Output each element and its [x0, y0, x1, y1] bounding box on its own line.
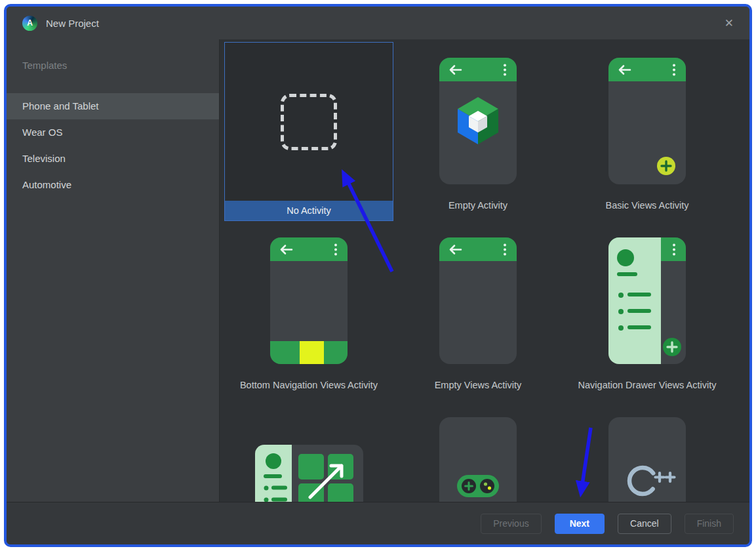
dialog-body: Templates Phone and Tablet Wear OS Telev… [7, 39, 749, 502]
cpp-phone-icon [563, 401, 732, 502]
sidebar-item-television[interactable]: Television [7, 146, 219, 172]
template-grid: No Activity [224, 42, 749, 502]
cancel-button[interactable]: Cancel [618, 514, 671, 534]
template-card-partial-game-activity[interactable] [393, 401, 563, 502]
game-controller-phone-icon [393, 401, 563, 502]
template-card-empty-activity[interactable]: Empty Activity [393, 42, 563, 221]
template-card-partial-native-cpp[interactable] [563, 401, 732, 502]
next-button[interactable]: Next [555, 514, 605, 534]
sidebar-item-automotive[interactable]: Automotive [7, 172, 219, 198]
sidebar-item-phone-and-tablet[interactable]: Phone and Tablet [7, 93, 219, 119]
close-icon[interactable]: ✕ [725, 18, 734, 29]
dashed-placeholder-icon [281, 94, 337, 150]
template-label-basic-views-activity: Basic Views Activity [563, 200, 732, 221]
sidebar-item-wear-os[interactable]: Wear OS [7, 119, 219, 146]
tablet-list-detail-icon [224, 401, 393, 502]
template-card-partial-list-detail[interactable] [224, 401, 393, 502]
template-card-empty-views-activity[interactable]: Empty Views Activity [393, 222, 563, 401]
template-gallery: No Activity [220, 39, 749, 502]
no-activity-icon [225, 43, 393, 201]
template-label-empty-views-activity: Empty Views Activity [393, 380, 563, 401]
template-label-navigation-drawer-views-activity: Navigation Drawer Views Activity [563, 380, 732, 401]
templates-header: Templates [7, 59, 219, 72]
dialog-title: New Project [46, 18, 99, 29]
new-project-dialog: A New Project ✕ Templates Phone and Tabl… [4, 4, 752, 547]
template-label-empty-activity: Empty Activity [393, 200, 563, 221]
titlebar: A New Project ✕ [7, 7, 749, 39]
compose-cube-phone-icon [393, 42, 563, 200]
phone-plain-icon [393, 222, 563, 380]
finish-button: Finish [685, 514, 734, 534]
footer: Previous Next Cancel Finish [7, 502, 749, 544]
template-card-navigation-drawer-views-activity[interactable]: Navigation Drawer Views Activity [563, 222, 732, 401]
template-card-bottom-navigation-views-activity[interactable]: Bottom Navigation Views Activity [224, 222, 393, 401]
phone-drawer-icon [563, 222, 732, 380]
previous-button: Previous [481, 514, 541, 534]
template-label-bottom-navigation-views-activity: Bottom Navigation Views Activity [224, 380, 393, 401]
phone-bottom-nav-icon [224, 222, 393, 380]
template-label-no-activity: No Activity [225, 201, 393, 220]
android-studio-icon: A [22, 16, 37, 31]
sidebar: Templates Phone and Tablet Wear OS Telev… [7, 39, 220, 502]
phone-fab-icon [563, 42, 732, 200]
template-card-basic-views-activity[interactable]: Basic Views Activity [563, 42, 732, 221]
template-card-no-activity[interactable]: No Activity [224, 42, 393, 221]
